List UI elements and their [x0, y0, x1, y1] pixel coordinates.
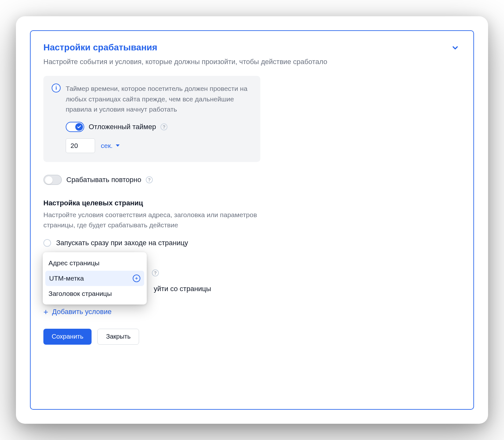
toggle-knob [45, 176, 53, 184]
timer-value-input[interactable] [66, 138, 95, 153]
collapse-toggle[interactable] [450, 42, 461, 53]
launch-mode-radio-group: Запускать сразу при заходе на страницу С… [43, 239, 273, 293]
condition-type-popup: Адрес страницы UTM-метка Заголовок стран… [43, 252, 147, 304]
delayed-timer-label: Отложенный таймер [89, 123, 156, 131]
chevron-down-icon [451, 44, 459, 52]
timer-info-box: i Таймер времени, которое посетитель дол… [43, 76, 260, 162]
panel-title: Настройки срабатывания [43, 42, 157, 53]
info-icon: i [52, 84, 61, 92]
radio-input[interactable] [43, 239, 51, 247]
help-icon[interactable]: ? [160, 123, 167, 130]
target-pages-heading: Настройка целевых страниц [43, 199, 461, 207]
settings-card: Настройки срабатывания Настройте события… [16, 16, 488, 424]
add-condition-button[interactable]: + Добавить условие [43, 308, 461, 316]
caret-down-icon [116, 144, 120, 147]
popup-item-utm[interactable]: UTM-метка [45, 271, 144, 286]
repeat-label: Срабатывать повторно [66, 176, 141, 184]
delayed-timer-toggle[interactable] [66, 122, 84, 132]
target-pages-subtitle: Настройте условия соответствия адреса, з… [43, 210, 286, 231]
action-buttons: Сохранить Закрыть [43, 329, 461, 345]
trigger-settings-panel: Настройки срабатывания Настройте события… [30, 30, 474, 410]
add-condition-label: Добавить условие [52, 308, 112, 316]
save-button[interactable]: Сохранить [43, 329, 92, 345]
help-icon[interactable]: ? [152, 269, 159, 276]
help-icon[interactable]: ? [146, 176, 153, 183]
plus-circle-icon [133, 275, 140, 282]
plus-icon: + [43, 308, 48, 316]
close-button[interactable]: Закрыть [97, 329, 139, 345]
timer-info-text: Таймер времени, которое посетитель долже… [66, 84, 252, 115]
check-icon [77, 125, 81, 129]
radio-label: Запускать сразу при заходе на страницу [56, 239, 188, 247]
panel-subtitle: Настройте события и условия, которые дол… [43, 56, 362, 67]
panel-header: Настройки срабатывания [43, 42, 461, 53]
popup-item-label: Адрес страницы [48, 259, 100, 267]
toggle-knob [75, 123, 83, 131]
popup-item-label: Заголовок страницы [48, 290, 112, 297]
radio-option-immediate[interactable]: Запускать сразу при заходе на страницу [43, 239, 273, 247]
radio-label-tail: уйти со страницы [154, 285, 211, 293]
popup-item-url[interactable]: Адрес страницы [43, 255, 147, 271]
timer-unit-label: сек. [101, 142, 113, 150]
popup-item-label: UTM-метка [49, 275, 84, 282]
repeat-toggle[interactable] [43, 175, 62, 185]
timer-unit-dropdown[interactable]: сек. [101, 142, 120, 150]
popup-item-title[interactable]: Заголовок страницы [43, 286, 147, 301]
